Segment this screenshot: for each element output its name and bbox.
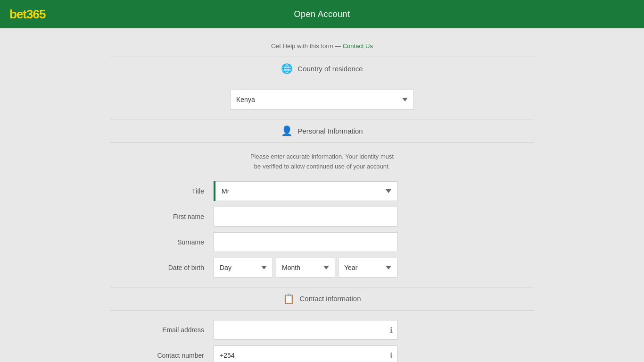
- personal-description: Please enter accurate information. Your …: [110, 152, 534, 172]
- first-name-row: First name: [110, 207, 534, 227]
- phone-label: Contact number: [119, 352, 214, 359]
- page-title: Open Account: [294, 9, 350, 19]
- country-dropdown-wrap: Kenya Uganda Tanzania Nigeria South Afri…: [230, 90, 414, 109]
- email-row: Email address ℹ: [110, 320, 534, 340]
- header: bet365 Open Account: [0, 0, 644, 28]
- first-name-label: First name: [119, 213, 214, 220]
- logo-365: 365: [26, 7, 45, 21]
- first-name-wrap: [214, 207, 397, 227]
- dob-label: Date of birth: [119, 264, 214, 271]
- country-section: Kenya Uganda Tanzania Nigeria South Afri…: [110, 90, 534, 109]
- contact-section-header: 📋 Contact information: [110, 287, 534, 311]
- surname-label: Surname: [119, 238, 214, 246]
- contact-us-link[interactable]: Contact Us: [343, 42, 373, 50]
- title-row: Title Mr Mrs Miss Ms Dr: [110, 181, 534, 201]
- title-select[interactable]: Mr Mrs Miss Ms Dr: [214, 181, 397, 201]
- dob-wrap: Day 12345 678910 1112131415 1617181920 2…: [214, 258, 397, 278]
- email-input[interactable]: [214, 320, 397, 340]
- logo: bet365: [9, 7, 45, 22]
- dob-selects: Day 12345 678910 1112131415 1617181920 2…: [214, 258, 397, 278]
- dob-row: Date of birth Day 12345 678910 111213141…: [110, 258, 534, 278]
- surname-wrap: [214, 232, 397, 252]
- main-content: Get Help with this form — Contact Us 🌐 C…: [110, 28, 534, 362]
- title-label: Title: [119, 187, 214, 195]
- phone-row: Contact number +254 ℹ: [110, 345, 534, 362]
- description-line1: Please enter accurate information. Your …: [250, 153, 394, 160]
- dob-day-select[interactable]: Day 12345 678910 1112131415 1617181920 2…: [214, 258, 273, 278]
- email-label: Email address: [119, 326, 214, 334]
- help-text: Get Help with this form —: [271, 42, 343, 50]
- description-line2: be verified to allow continued use of yo…: [254, 163, 390, 170]
- personal-section-label: Personal Information: [297, 127, 363, 135]
- dob-month-select[interactable]: Month JanuaryFebruaryMarchApril MayJuneJ…: [276, 258, 335, 278]
- globe-icon: 🌐: [281, 63, 293, 74]
- email-info-icon[interactable]: ℹ: [390, 325, 393, 334]
- email-wrap: ℹ: [214, 320, 397, 340]
- dob-year-select[interactable]: Year 2005200420032002 2001200019991998 1…: [338, 258, 397, 278]
- contact-number-inner: +254 ℹ: [214, 345, 397, 362]
- person-icon: 👤: [281, 125, 293, 136]
- contact-section-label: Contact information: [299, 295, 361, 303]
- first-name-input[interactable]: [214, 207, 397, 227]
- help-bar: Get Help with this form — Contact Us: [110, 38, 534, 57]
- logo-bet: bet: [9, 7, 26, 21]
- personal-section-header: 👤 Personal Information: [110, 119, 534, 143]
- country-code: +254: [214, 345, 240, 362]
- title-field-wrap: Mr Mrs Miss Ms Dr: [214, 181, 397, 201]
- country-select[interactable]: Kenya Uganda Tanzania Nigeria South Afri…: [230, 90, 414, 109]
- phone-wrap: +254 ℹ: [214, 345, 397, 362]
- surname-input[interactable]: [214, 232, 397, 252]
- contact-icon: 📋: [283, 293, 295, 304]
- phone-input[interactable]: [240, 345, 397, 362]
- phone-info-icon[interactable]: ℹ: [390, 351, 393, 360]
- surname-row: Surname: [110, 232, 534, 252]
- country-section-label: Country of residence: [297, 65, 363, 73]
- country-section-header: 🌐 Country of residence: [110, 57, 534, 80]
